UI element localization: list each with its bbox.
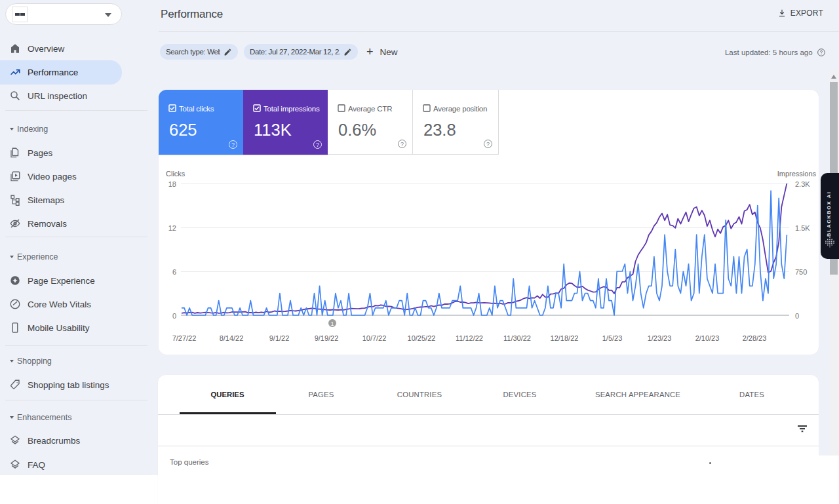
svg-text:10/25/22: 10/25/22 [408, 334, 436, 342]
svg-text:1/23/23: 1/23/23 [648, 334, 672, 342]
svg-text:750: 750 [795, 268, 807, 276]
svg-text:10/7/22: 10/7/22 [362, 334, 387, 342]
svg-text:11/12/22: 11/12/22 [456, 334, 483, 342]
svg-text:9/1/22: 9/1/22 [269, 334, 290, 342]
svg-text:7/27/22: 7/27/22 [172, 334, 197, 342]
svg-text:Impressions: Impressions [777, 170, 817, 178]
svg-text:11/30/22: 11/30/22 [503, 334, 531, 342]
svg-text:18: 18 [168, 180, 176, 188]
svg-text:1: 1 [330, 320, 334, 327]
svg-text:9/19/22: 9/19/22 [315, 334, 339, 342]
svg-text:1/5/23: 1/5/23 [602, 334, 623, 342]
svg-text:0: 0 [172, 312, 176, 320]
svg-text:2/28/23: 2/28/23 [743, 334, 767, 342]
svg-text:0: 0 [795, 312, 799, 320]
svg-text:Clicks: Clicks [166, 170, 185, 178]
svg-text:12: 12 [168, 224, 176, 232]
svg-text:12/18/22: 12/18/22 [551, 334, 579, 342]
svg-text:8/14/22: 8/14/22 [220, 334, 244, 342]
svg-text:6: 6 [172, 268, 176, 276]
svg-text:2.3K: 2.3K [795, 180, 810, 188]
svg-text:2/10/23: 2/10/23 [695, 334, 720, 342]
svg-text:1.5K: 1.5K [795, 224, 810, 232]
